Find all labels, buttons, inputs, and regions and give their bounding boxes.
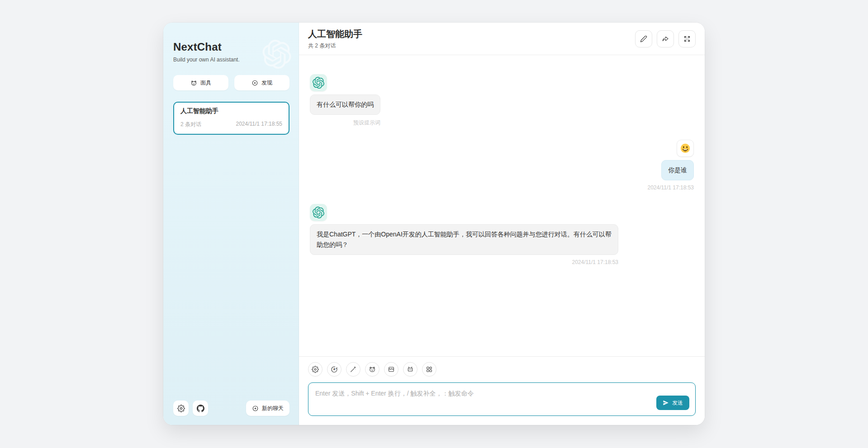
message-assistant: 我是ChatGPT，一个由OpenAI开发的人工智能助手，我可以回答各种问题并与… [310,204,694,265]
chat-list: 人工智能助手 2 条对话 2024/11/1 17:18:55 [173,102,289,401]
send-button-label: 发送 [672,399,683,407]
clear-context-icon [388,366,395,373]
message-bubble: 你是谁 [661,160,694,180]
mask-icon [190,80,197,86]
message-assistant: 有什么可以帮你的吗 预设提示词 [310,74,694,127]
rename-icon [640,35,647,42]
theme-icon: A [331,366,338,373]
shortcut-button[interactable] [422,362,436,377]
plus-circle-icon [252,405,259,412]
model-select-button[interactable] [403,362,417,377]
chat-settings-button[interactable] [308,362,323,377]
settings-icon [177,405,185,412]
chat-subtitle: 共 2 条对话 [308,42,362,50]
chat-item-title: 人工智能助手 [180,107,282,115]
chat-list-item-selected[interactable]: 人工智能助手 2 条对话 2024/11/1 17:18:55 [173,102,289,135]
model-robot-icon [407,366,414,373]
chat-pane: 人工智能助手 共 2 条对话 [299,23,705,425]
prompt-button[interactable] [346,362,360,377]
chat-title: 人工智能助手 [308,28,362,40]
openai-watermark-icon [262,40,291,69]
fullscreen-icon [683,35,691,42]
settings-icon [312,366,319,373]
chat-toolbar: A [308,362,696,377]
new-chat-button[interactable]: 新的聊天 [246,401,289,416]
chat-item-meta: 2 条对话 2024/11/1 17:18:55 [180,121,282,128]
sidebar-actions: 面具 发现 [173,75,289,90]
message-timestamp: 2024/11/1 17:18:53 [310,259,618,265]
prompt-wand-icon [350,366,357,373]
shortcut-grid-icon [426,366,433,373]
header-actions [635,30,696,47]
sidebar: NextChat Build your own AI assistant. 面具… [163,23,299,425]
masks-button[interactable]: 面具 [173,75,228,90]
openai-logo-icon [313,207,324,218]
chat-input-panel: A [299,356,705,425]
assistant-avatar [310,74,327,91]
send-button[interactable]: 发送 [656,396,689,410]
mask-button[interactable] [365,362,379,377]
chat-item-time: 2024/11/1 17:18:55 [236,121,282,128]
fullscreen-button[interactable] [678,30,696,47]
export-icon [662,35,669,42]
send-plane-icon [663,400,669,406]
message-bubble: 我是ChatGPT，一个由OpenAI开发的人工智能助手，我可以回答各种问题并与… [310,224,618,255]
svg-text:A: A [333,368,336,371]
new-chat-label: 新的聊天 [262,405,284,412]
discover-icon [251,80,258,86]
app-window: NextChat Build your own AI assistant. 面具… [163,23,705,425]
settings-button[interactable] [173,401,189,416]
sidebar-footer: 新的聊天 [173,401,289,416]
masks-button-label: 面具 [200,79,211,87]
message-input-wrap: 发送 [308,382,696,416]
message-bubble: 有什么可以帮你的吗 [310,94,380,115]
discover-button-label: 发现 [261,79,272,87]
openai-logo-icon [313,77,324,89]
grin-emoji-icon [680,143,691,154]
discover-button[interactable]: 发现 [234,75,289,90]
user-emoji-avatar [677,140,694,157]
theme-toggle-button[interactable]: A [327,362,342,377]
clear-context-button[interactable] [384,362,398,377]
chat-body: 有什么可以帮你的吗 预设提示词 你是谁 2024/11/1 17:18:53 [299,55,705,356]
rename-button[interactable] [635,30,652,47]
github-icon [197,405,204,412]
chat-header: 人工智能助手 共 2 条对话 [299,23,705,55]
assistant-avatar [310,204,327,221]
message-user: 你是谁 2024/11/1 17:18:53 [310,140,694,191]
message-input[interactable] [308,383,695,415]
export-button[interactable] [657,30,674,47]
github-button[interactable] [193,401,208,416]
message-timestamp: 2024/11/1 17:18:53 [647,184,694,191]
mask-icon [369,366,376,373]
chat-item-count: 2 条对话 [180,121,201,128]
message-hint: 预设提示词 [310,119,380,127]
